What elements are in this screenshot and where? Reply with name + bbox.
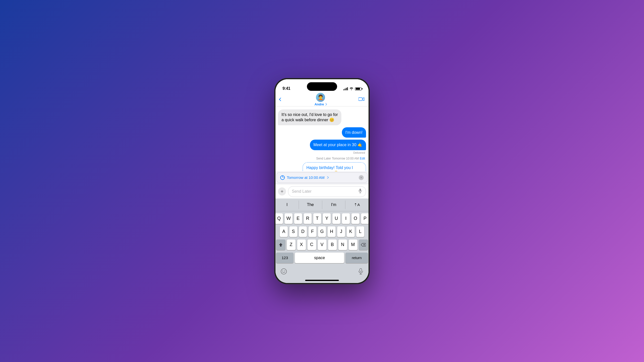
wifi-icon bbox=[349, 87, 353, 91]
schedule-banner-left: Tomorrow at 10:00 AM bbox=[280, 175, 328, 180]
suggestion-item-i[interactable]: I bbox=[275, 202, 299, 208]
key-o[interactable]: O bbox=[351, 213, 359, 224]
emoji-button[interactable] bbox=[280, 268, 287, 276]
key-k[interactable]: K bbox=[347, 226, 355, 237]
phone-screen: 9:41 bbox=[275, 79, 369, 283]
contact-name-row: Andre bbox=[314, 102, 327, 106]
send-later-time: Tomorrow 10:00 AM bbox=[332, 157, 359, 160]
message-received: It's so nice out, I'd love to go for a q… bbox=[278, 109, 341, 125]
key-j[interactable]: J bbox=[337, 226, 345, 237]
delivered-label: Delivered bbox=[278, 151, 365, 154]
send-later-label: Send Later bbox=[316, 157, 331, 160]
message-sent-meet: Meet at your place in 30 🤙 bbox=[310, 140, 366, 150]
send-later-edit[interactable]: Edit bbox=[360, 157, 365, 160]
key-w[interactable]: W bbox=[285, 213, 293, 224]
nav-bar: 🧑‍🦱 Andre bbox=[275, 93, 369, 106]
suggestion-item-im[interactable]: I'm bbox=[322, 202, 345, 208]
mic-icon bbox=[358, 188, 362, 195]
key-m[interactable]: M bbox=[349, 239, 357, 250]
mic-bottom-button[interactable] bbox=[358, 268, 364, 276]
text-input-placeholder: Send Later bbox=[292, 189, 311, 194]
numbers-key[interactable]: 123 bbox=[276, 253, 293, 263]
contact-info[interactable]: 🧑‍🦱 Andre bbox=[314, 93, 327, 106]
svg-rect-0 bbox=[358, 98, 362, 101]
key-d[interactable]: D bbox=[299, 226, 307, 237]
svg-point-7 bbox=[281, 269, 287, 274]
message-sent-imdown: I'm down! bbox=[342, 127, 366, 138]
schedule-chevron-icon bbox=[326, 176, 329, 179]
messages-area: It's so nice out, I'd love to go for a q… bbox=[275, 106, 369, 171]
key-row-3: Z X C V B N M bbox=[276, 239, 368, 250]
text-input-wrapper[interactable]: Send Later bbox=[288, 186, 366, 197]
message-text: Meet at your place in 30 🤙 bbox=[313, 143, 363, 147]
message-sent-later: Happy birthday! Told you I wouldn't forg… bbox=[303, 162, 366, 171]
svg-point-9 bbox=[285, 270, 285, 271]
plus-button[interactable]: + bbox=[278, 187, 286, 195]
key-q[interactable]: Q bbox=[275, 213, 283, 224]
key-z[interactable]: Z bbox=[287, 239, 296, 250]
key-a[interactable]: A bbox=[280, 226, 288, 237]
key-g[interactable]: G bbox=[318, 226, 326, 237]
key-n[interactable]: N bbox=[338, 239, 347, 250]
key-h[interactable]: H bbox=[328, 226, 336, 237]
signal-icon bbox=[343, 87, 348, 90]
key-y[interactable]: Y bbox=[323, 213, 331, 224]
schedule-time: Tomorrow at 10:00 AM bbox=[287, 175, 325, 180]
message-text: Happy birthday! Told you I wouldn't forg… bbox=[306, 166, 353, 171]
suggestion-item-the[interactable]: The bbox=[299, 202, 322, 208]
video-call-button[interactable] bbox=[358, 97, 365, 102]
key-l[interactable]: L bbox=[356, 226, 364, 237]
suggestion-item-aa[interactable]: ⇡A bbox=[345, 202, 369, 208]
clock-icon bbox=[280, 175, 285, 180]
svg-rect-1 bbox=[359, 189, 361, 191]
keyboard: Q W E R T Y U I O P A S D F G H J K bbox=[275, 211, 369, 267]
message-text: It's so nice out, I'd love to go for a q… bbox=[281, 112, 338, 122]
key-p[interactable]: P bbox=[361, 213, 369, 224]
back-button[interactable] bbox=[279, 98, 283, 101]
return-key[interactable]: return bbox=[346, 253, 368, 263]
bottom-bar bbox=[275, 267, 369, 280]
key-c[interactable]: C bbox=[307, 239, 316, 250]
home-indicator bbox=[305, 280, 339, 281]
dynamic-island bbox=[307, 82, 337, 91]
key-b[interactable]: B bbox=[328, 239, 337, 250]
shift-key[interactable] bbox=[276, 239, 285, 250]
phone-outer: 9:41 bbox=[274, 78, 370, 284]
key-t[interactable]: T bbox=[313, 213, 321, 224]
key-row-2: A S D F G H J K L bbox=[276, 226, 368, 237]
svg-rect-10 bbox=[360, 268, 362, 272]
contact-name: Andre bbox=[314, 102, 324, 106]
battery-icon bbox=[355, 87, 361, 91]
contact-chevron-icon bbox=[324, 103, 327, 106]
key-x[interactable]: X bbox=[297, 239, 306, 250]
key-row-1: Q W E R T Y U I O P bbox=[276, 213, 368, 224]
status-time: 9:41 bbox=[283, 86, 290, 91]
key-i[interactable]: I bbox=[342, 213, 350, 224]
avatar: 🧑‍🦱 bbox=[316, 93, 325, 102]
send-later-info: Send Later Tomorrow 10:00 AM Edit bbox=[278, 157, 365, 160]
input-area: + Send Later bbox=[275, 184, 369, 198]
key-e[interactable]: E bbox=[294, 213, 302, 224]
svg-marker-4 bbox=[279, 243, 283, 247]
status-icons bbox=[343, 87, 361, 91]
schedule-banner[interactable]: Tomorrow at 10:00 AM ✕ bbox=[276, 172, 368, 183]
key-s[interactable]: S bbox=[289, 226, 297, 237]
space-key[interactable]: space bbox=[295, 253, 344, 263]
key-u[interactable]: U bbox=[332, 213, 340, 224]
message-text: I'm down! bbox=[345, 130, 363, 135]
key-r[interactable]: R bbox=[304, 213, 312, 224]
key-v[interactable]: V bbox=[318, 239, 327, 250]
keyboard-suggestions: I The I'm ⇡A bbox=[275, 198, 369, 211]
svg-point-8 bbox=[283, 270, 283, 271]
home-bar-area bbox=[275, 280, 369, 283]
key-row-4: 123 space return bbox=[276, 253, 368, 263]
schedule-close-button[interactable]: ✕ bbox=[359, 175, 364, 180]
key-f[interactable]: F bbox=[308, 226, 316, 237]
backspace-key[interactable] bbox=[359, 239, 368, 250]
